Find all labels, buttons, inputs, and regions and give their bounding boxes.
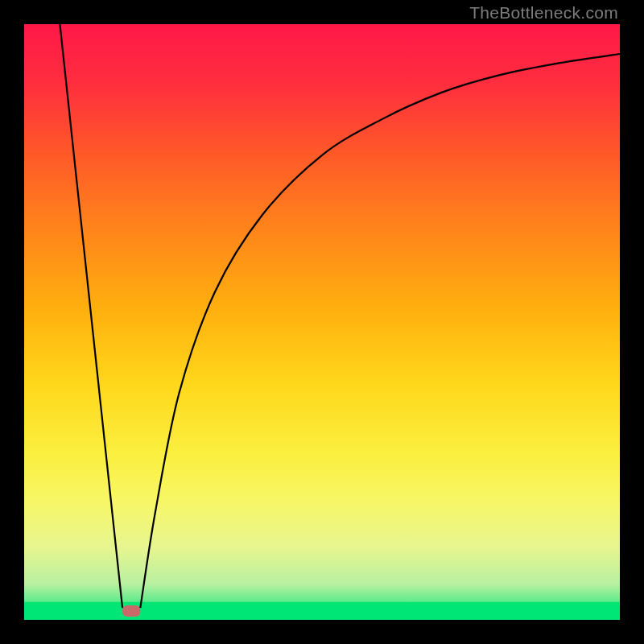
watermark-text: TheBottleneck.com <box>469 3 618 23</box>
chart-container: TheBottleneck.com <box>0 0 644 644</box>
chart-svg <box>24 24 620 620</box>
green-band <box>24 602 620 620</box>
plot-area <box>24 24 620 620</box>
bottleneck-marker <box>122 605 140 617</box>
